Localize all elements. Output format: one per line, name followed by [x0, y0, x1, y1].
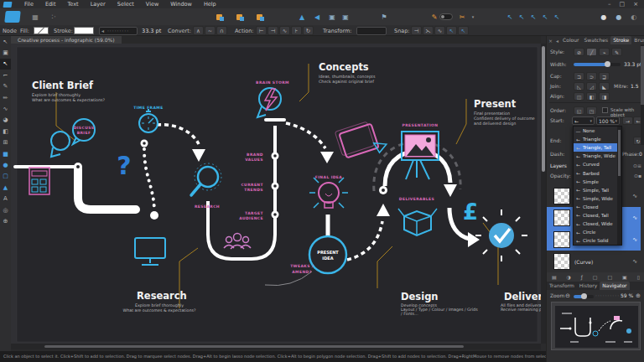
scale-with-object-checkbox[interactable]	[602, 107, 608, 113]
flip-vertical-icon[interactable]	[295, 11, 309, 23]
layer-thumbnail[interactable]	[553, 209, 570, 226]
blend-mode-icon[interactable]: ◑	[567, 274, 571, 280]
start-arrowhead-dropdown[interactable]: ←▾	[572, 116, 595, 125]
order-front-icon[interactable]: ◱	[574, 106, 584, 115]
stabiliser-toggle[interactable]	[439, 11, 453, 23]
pencil-tool[interactable]	[0, 92, 11, 103]
triangle-tool[interactable]	[0, 182, 11, 193]
arrowhead-option[interactable]: ← Triangle, Wide	[574, 152, 621, 160]
lock-icon[interactable]: ▪	[638, 173, 641, 178]
panel-tab[interactable]: Colour	[560, 36, 581, 44]
new-layer-icon[interactable]: □	[607, 274, 612, 280]
arrowhead-option[interactable]: ← Circle	[574, 228, 621, 236]
style-brush-icon[interactable]: ✎	[611, 48, 622, 56]
group-icon[interactable]: ▣	[622, 274, 627, 280]
style-dash-icon[interactable]: ⌁	[599, 48, 610, 56]
persona-icon[interactable]	[4, 11, 20, 23]
layer-row[interactable]: (Curve) ∿	[547, 251, 641, 272]
move-tool[interactable]	[0, 36, 11, 47]
arrowhead-option[interactable]: ← Simple, Tall	[574, 186, 621, 194]
join-round-icon[interactable]: ◿	[586, 82, 597, 90]
cap-butt-icon[interactable]: ⊐	[574, 72, 584, 80]
rotate-ccw-icon[interactable]	[325, 11, 339, 23]
cap-square-icon[interactable]: ⊒	[599, 72, 610, 80]
stroke-width-widget[interactable]: ◂ ·········	[99, 27, 138, 35]
mitre-value[interactable]: 1.5	[631, 83, 639, 89]
layer-thumbnail[interactable]	[553, 253, 570, 270]
menu-item[interactable]: Edit	[39, 0, 62, 8]
fill-swatch[interactable]	[34, 27, 49, 34]
transparency-tool[interactable]	[0, 126, 11, 137]
action-smooth-icon[interactable]: ∿	[279, 26, 290, 35]
snap-handles-icon[interactable]: ⊣	[411, 26, 422, 35]
copy-back-icon[interactable]	[253, 11, 267, 23]
close-button[interactable]: ×	[629, 0, 642, 8]
duplicate-icon[interactable]	[213, 11, 226, 23]
panel-tab[interactable]: Brushes	[631, 36, 644, 44]
arrowhead-option[interactable]: ← Circle Solid	[574, 236, 621, 245]
action-reverse-icon[interactable]: ↻	[303, 26, 314, 35]
zoom-value[interactable]: 59 %	[621, 292, 633, 298]
menu-item[interactable]: Help	[198, 0, 222, 8]
menu-item[interactable]: View	[140, 0, 164, 8]
action-close-icon[interactable]: ⊣	[267, 26, 278, 35]
arrowhead-option[interactable]: ← Simple, Wide	[574, 194, 621, 203]
split-view-icon[interactable]	[627, 11, 641, 23]
stroke-width-value[interactable]: 33.3 pt	[142, 25, 161, 36]
cap-round-icon[interactable]: ⊃	[586, 72, 597, 80]
app-logo-icon[interactable]	[3, 2, 13, 8]
align-outside-icon[interactable]: ◨	[599, 92, 610, 101]
panel-scrollbar[interactable]	[641, 44, 644, 145]
snap-pixels-icon[interactable]	[550, 11, 564, 23]
menu-item[interactable]: Window	[164, 0, 198, 8]
effects-icon[interactable]: ƒ	[581, 274, 583, 280]
corner-tool[interactable]	[0, 70, 11, 80]
insert-target-icon[interactable]	[377, 11, 391, 23]
colour-picker-tool[interactable]	[0, 204, 11, 215]
flip-horizontal-icon[interactable]	[310, 11, 324, 23]
colour-tag-icon[interactable]: ▤	[552, 274, 557, 280]
order-back-icon[interactable]: ◳	[586, 106, 597, 115]
action-join-icon[interactable]: ⊦	[291, 26, 302, 35]
stroke-swatch[interactable]	[74, 27, 94, 34]
arrowhead-option[interactable]: ← Triangle	[574, 135, 621, 143]
arrowhead-option[interactable]: ← Curved	[574, 160, 621, 168]
copy-forward-icon[interactable]	[233, 11, 247, 23]
align-inside-icon[interactable]: ◧	[586, 92, 597, 101]
horizontal-scrollbar[interactable]	[11, 344, 541, 349]
share-icon[interactable]	[48, 10, 60, 23]
zoom-in-icon[interactable]: ⊕	[636, 292, 641, 299]
arrowhead-option[interactable]: ← Barbed	[574, 168, 621, 177]
layer-thumbnail[interactable]	[553, 188, 570, 204]
snap-cursor2-icon[interactable]: ↖	[458, 26, 469, 35]
vector-crop-tool[interactable]	[0, 137, 11, 148]
panel-tab[interactable]: Swatches	[582, 36, 611, 44]
layer-thumbnail[interactable]	[553, 231, 570, 248]
join-bevel-icon[interactable]: ◣	[599, 82, 610, 90]
zoom-tool[interactable]	[0, 215, 11, 226]
arrowhead-option[interactable]: — None	[574, 127, 621, 135]
bottom-tab[interactable]: Transform	[547, 282, 577, 290]
minimize-button[interactable]: –	[604, 0, 615, 8]
layers-tab[interactable]: Layers	[550, 163, 567, 168]
panel-tab[interactable]: Stroke	[610, 36, 631, 44]
rotate-cw-icon[interactable]	[339, 11, 352, 23]
align-centre-icon[interactable]: ◫	[574, 92, 584, 101]
node-tool[interactable]	[0, 59, 11, 70]
restore-button[interactable]: □	[615, 0, 630, 8]
snap-curve-icon[interactable]: ⋋	[423, 26, 434, 35]
arrowhead-option[interactable]: ← Closed, Wide	[574, 220, 621, 228]
document-tab[interactable]: Creative process - infographic (59.0%)	[11, 36, 122, 44]
convert-sharp-icon[interactable]: ∧	[193, 26, 204, 35]
canvas-viewport[interactable]: Client Brief Explore brief thoroughly Wh…	[11, 44, 541, 344]
transform-input[interactable]	[356, 27, 387, 35]
swap-start-icon[interactable]: →	[622, 116, 633, 125]
menu-item[interactable]: File	[18, 0, 39, 8]
pen-tool[interactable]	[0, 81, 11, 92]
infographic-canvas[interactable]: Client Brief Explore brief thoroughly Wh…	[11, 44, 541, 344]
arrowhead-option[interactable]: ← Simple	[574, 178, 621, 186]
zoom-slider[interactable]	[574, 295, 594, 298]
vector-brush-tool[interactable]	[0, 103, 11, 114]
start-scale-dropdown[interactable]: 100 %▾	[596, 116, 620, 125]
zoom-out-icon[interactable]: ⊖	[565, 292, 570, 299]
